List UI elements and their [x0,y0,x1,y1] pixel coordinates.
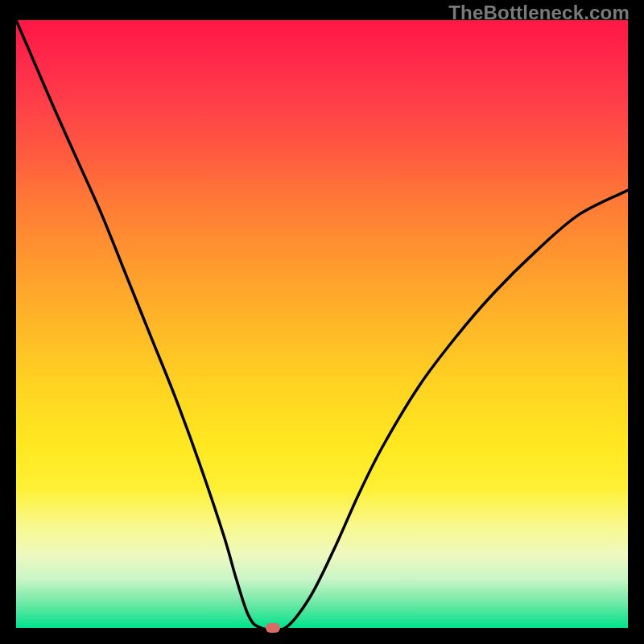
chart-frame: TheBottleneck.com [0,0,644,644]
optimum-marker [266,623,280,633]
bottleneck-curve [16,20,628,628]
plot-area [16,20,628,628]
curve-path [16,20,628,628]
watermark-text: TheBottleneck.com [448,2,630,24]
